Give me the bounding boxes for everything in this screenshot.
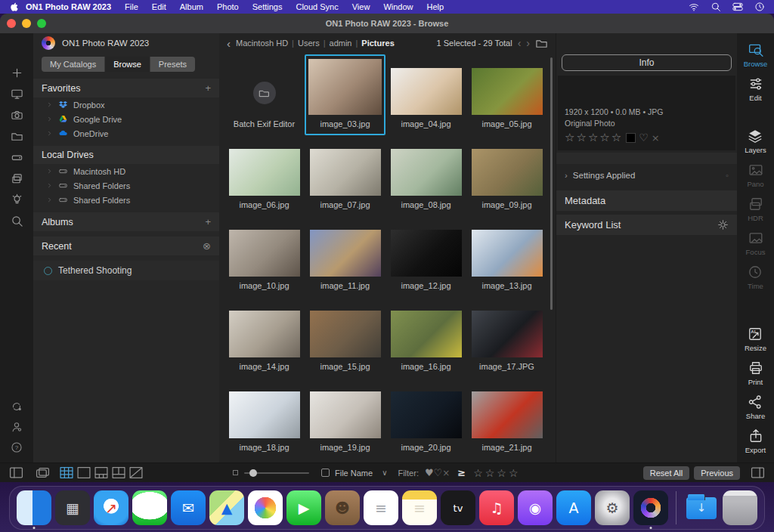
next-photo-icon[interactable]: › [526,38,530,48]
grid-view-icon[interactable] [59,466,74,480]
thumbnail-size-small-icon[interactable] [233,470,238,475]
close-window-button[interactable] [7,19,16,28]
thumbnail-image[interactable] [310,230,381,277]
dock-messages-icon[interactable] [132,490,167,525]
prev-photo-icon[interactable]: ‹ [518,38,522,48]
thumbnail-image[interactable] [229,230,300,277]
thumbnail-image[interactable] [472,230,543,277]
filter-not-liked-icon[interactable]: ♡ [434,467,443,478]
rail-plus-icon[interactable] [9,65,24,80]
filter-rejected-icon[interactable]: × [442,468,450,478]
section-local-drives[interactable]: Local Drives [33,146,219,164]
module-resize[interactable]: AIResize [745,326,766,352]
module-layers[interactable]: Layers [745,128,766,154]
photo-thumbnail[interactable]: image_08.jpg [385,135,466,216]
thumbnail-image[interactable] [308,59,382,115]
photo-thumbnail[interactable]: image_14.jpg [224,297,305,378]
module-edit[interactable]: Edit [748,76,763,102]
menu-item-view[interactable]: View [345,0,377,14]
thumbnail-image[interactable] [472,391,543,438]
tab-my-catalogs[interactable]: My Catalogs [42,57,105,72]
rail-folder-icon[interactable] [9,128,24,144]
minimize-window-button[interactable] [22,19,31,28]
rail-sync-icon[interactable] [9,399,24,414]
module-hdr[interactable]: HDR [748,196,763,222]
tethered-shooting-item[interactable]: Tethered Shooting [33,261,219,280]
rail-drive-icon[interactable] [9,150,24,165]
thumbnail-image[interactable] [310,149,381,196]
clock-icon[interactable] [754,2,765,12]
dock-app-store-icon[interactable]: A [556,490,591,525]
settings-applied-row[interactable]: › Settings Applied ◦ [556,164,737,187]
sidebar-item-shared-folders[interactable]: Shared Folders [33,178,219,193]
photo-thumbnail[interactable]: image_20.jpg [385,378,466,459]
menu-item-edit[interactable]: Edit [145,0,173,14]
dual-view-icon[interactable] [111,466,126,480]
metadata-header[interactable]: Metadata [556,190,737,211]
photo-thumbnail[interactable]: image_07.jpg [305,135,385,216]
thumbnail-image[interactable] [310,391,381,438]
gear-icon[interactable] [717,219,729,230]
thumbnail-image[interactable] [391,230,462,277]
photo-thumbnail[interactable]: image_12.jpg [385,216,466,297]
menu-item-album[interactable]: Album [173,0,210,14]
thumbnail-image[interactable] [391,391,462,438]
dock-safari-icon[interactable]: ↗ [94,490,128,525]
thumbnail-image[interactable] [391,149,462,196]
chevron-right-icon[interactable] [46,196,53,203]
dock-downloads-icon[interactable]: ↓ [684,490,719,525]
section-favorites[interactable]: Favorites + [33,79,219,97]
menu-item-settings[interactable]: Settings [246,0,289,14]
compare-view-icon[interactable] [128,466,144,480]
chevron-right-icon[interactable] [46,116,53,122]
chevron-right-icon[interactable] [46,101,53,108]
chevron-right-icon[interactable] [46,168,53,175]
module-print[interactable]: Print [748,360,763,386]
photo-thumbnail[interactable]: image_09.jpg [466,135,547,216]
rail-help-icon[interactable]: ? [9,440,24,455]
folder-item[interactable]: Batch Exif Editor [224,54,305,135]
sidebar-item-onedrive[interactable]: OneDrive [33,126,219,141]
toggle-left-panel-icon[interactable] [9,466,23,480]
rail-user-icon[interactable] [9,419,24,435]
module-focus[interactable]: Focus [746,230,766,256]
color-label-swatch[interactable] [626,133,636,143]
apple-menu-icon[interactable] [9,2,19,12]
folder-icon[interactable] [535,37,548,50]
previous-button[interactable]: Previous [694,466,740,480]
breadcrumb-segment[interactable]: Macintosh HD [236,39,288,48]
photo-thumbnail[interactable]: image_18.jpg [224,378,305,459]
thumbnail-image[interactable] [472,311,543,357]
add-favorite-icon[interactable]: + [205,82,211,94]
dock-music-icon[interactable]: ♫ [479,490,514,525]
dock-system-settings-icon[interactable]: ⚙ [595,490,630,525]
rail-bulb-icon[interactable] [9,192,24,207]
tab-presets[interactable]: Presets [150,57,195,72]
reject-icon[interactable]: × [652,132,660,144]
photo-thumbnail[interactable]: image_11.jpg [305,216,385,297]
dock-maps-icon[interactable]: ▲ [209,490,244,525]
info-tab-button[interactable]: Info [562,54,732,71]
control-center-icon[interactable] [732,2,743,12]
dock-finder-icon[interactable] [17,490,51,525]
photo-thumbnail[interactable]: image_15.jpg [305,297,385,378]
photo-thumbnail[interactable]: image_17.JPG [466,297,547,378]
menu-item-cloud-sync[interactable]: Cloud Sync [289,0,345,14]
breadcrumb-segment[interactable]: Users [298,39,320,48]
menu-item-window[interactable]: Window [376,0,420,14]
module-time[interactable]: Time [748,264,763,290]
slider-knob[interactable] [249,469,257,477]
dock-facetime-icon[interactable]: ▶ [286,490,321,525]
dock-contacts-icon[interactable]: ☻ [325,490,360,525]
menu-item-help[interactable]: Help [420,0,451,14]
dock-photos-icon[interactable] [248,490,283,525]
wifi-icon[interactable] [689,2,699,12]
breadcrumb-segment[interactable]: Pictures [361,39,394,48]
split-view-icon[interactable] [94,466,109,480]
filter-ge-symbol[interactable]: ≥ [457,467,466,478]
single-view-icon[interactable] [76,466,91,480]
menu-item-photo[interactable]: Photo [210,0,246,14]
thumbnail-image[interactable] [391,311,462,357]
module-export[interactable]: Export [745,428,766,454]
module-share[interactable]: Share [746,394,765,420]
